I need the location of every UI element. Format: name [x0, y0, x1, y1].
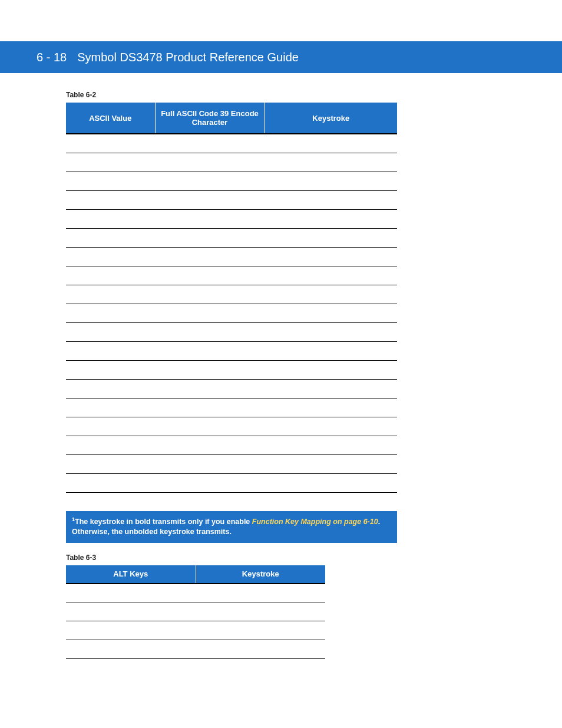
table-row: [66, 436, 397, 454]
table-cell: [66, 640, 196, 659]
table-row: [66, 209, 397, 228]
table-cell: [66, 228, 155, 247]
table-1-col-header-keystroke: Keystroke: [265, 103, 397, 133]
table-cell: [155, 454, 265, 473]
table-cell: [66, 341, 155, 360]
table-cell: [155, 228, 265, 247]
table-cell: [265, 454, 397, 473]
function-key-mapping-link[interactable]: Function Key Mapping on page 6-10: [252, 518, 378, 526]
table-cell: [155, 285, 265, 304]
table-cell: [265, 322, 397, 341]
table-cell: [265, 398, 397, 417]
table-cell: [265, 360, 397, 379]
table-cell: [66, 584, 196, 602]
table-cell: [66, 379, 155, 398]
table-cell: [155, 379, 265, 398]
table-cell: [155, 266, 265, 285]
table-cell: [265, 341, 397, 360]
table-row: [66, 304, 397, 322]
table-ascii-values: ASCII Value Full ASCII Code 39 Encode Ch…: [66, 103, 397, 543]
table-cell: [265, 304, 397, 322]
table-cell: [66, 322, 155, 341]
table-row: [66, 360, 397, 379]
table-row: [66, 266, 397, 285]
table-cell: [265, 134, 397, 153]
table-row: [66, 285, 397, 304]
table-cell: [196, 640, 325, 659]
table-cell: [265, 436, 397, 454]
table-cell: [265, 153, 397, 172]
table-cell: [265, 473, 397, 492]
table-cell: [196, 621, 325, 640]
table-cell: [265, 190, 397, 209]
table-cell: [155, 172, 265, 190]
table-row: [66, 341, 397, 360]
table-2-col-header-keystroke: Keystroke: [196, 565, 325, 583]
table-cell: [265, 417, 397, 436]
table-cell: [66, 247, 155, 266]
page-header: 6 - 18 Symbol DS3478 Product Reference G…: [0, 41, 562, 73]
table-row: [66, 473, 397, 492]
table-cell: [196, 584, 325, 602]
table-row: [66, 454, 397, 473]
table-row: [66, 602, 325, 621]
table-cell: [66, 360, 155, 379]
table-row: [66, 228, 397, 247]
table-cell: [155, 322, 265, 341]
table-cell: [66, 621, 196, 640]
table-cell: [265, 492, 397, 511]
table-row: [66, 417, 397, 436]
table-cell: [155, 473, 265, 492]
table-cell: [155, 209, 265, 228]
page-title: Symbol DS3478 Product Reference Guide: [77, 51, 299, 64]
table-cell: [196, 602, 325, 621]
table-2-col-header-alt-keys: ALT Keys: [66, 565, 196, 583]
table-cell: [265, 247, 397, 266]
page-number: 6 - 18: [37, 51, 67, 64]
table-cell: [155, 417, 265, 436]
table-cell: [265, 266, 397, 285]
table-cell: [66, 398, 155, 417]
table-row: [66, 190, 397, 209]
table-cell: [66, 134, 155, 153]
table-cell: [66, 659, 196, 678]
table-cell: [196, 659, 325, 678]
table-cell: [155, 134, 265, 153]
table-cell: [155, 153, 265, 172]
table-cell: [66, 492, 155, 511]
table-row: [66, 398, 397, 417]
table-cell: [66, 602, 196, 621]
table-cell: [265, 379, 397, 398]
table-cell: [155, 492, 265, 511]
table-cell: [265, 209, 397, 228]
table-row: [66, 659, 325, 678]
table-cell: [155, 247, 265, 266]
table-1-col-header-encode-char: Full ASCII Code 39 Encode Character: [155, 103, 265, 133]
table-cell: [66, 436, 155, 454]
table-cell: [66, 304, 155, 322]
table-row: [66, 379, 397, 398]
table-row: [66, 153, 397, 172]
table-cell: [66, 285, 155, 304]
table-cell: [66, 190, 155, 209]
table-cell: [155, 436, 265, 454]
table-cell: [265, 228, 397, 247]
content-area: Table 6-2 ASCII Value Full ASCII Code 39…: [0, 73, 401, 678]
table-cell: [66, 153, 155, 172]
table-cell: [265, 285, 397, 304]
table-cell: [155, 190, 265, 209]
table-row: [66, 621, 325, 640]
table-row: [66, 247, 397, 266]
table-cell: [155, 398, 265, 417]
table-row: [66, 322, 397, 341]
table-cell: [66, 417, 155, 436]
table-cell: [66, 209, 155, 228]
table-cell: [155, 341, 265, 360]
table-1-footnote: 1The keystroke in bold transmits only if…: [66, 511, 397, 543]
table-cell: [155, 360, 265, 379]
table-1-col-header-ascii-value: ASCII Value: [66, 103, 155, 133]
table-cell: [66, 454, 155, 473]
table-cell: [66, 266, 155, 285]
table-1-label: Table 6-2: [66, 91, 401, 99]
table-row: [66, 134, 397, 153]
